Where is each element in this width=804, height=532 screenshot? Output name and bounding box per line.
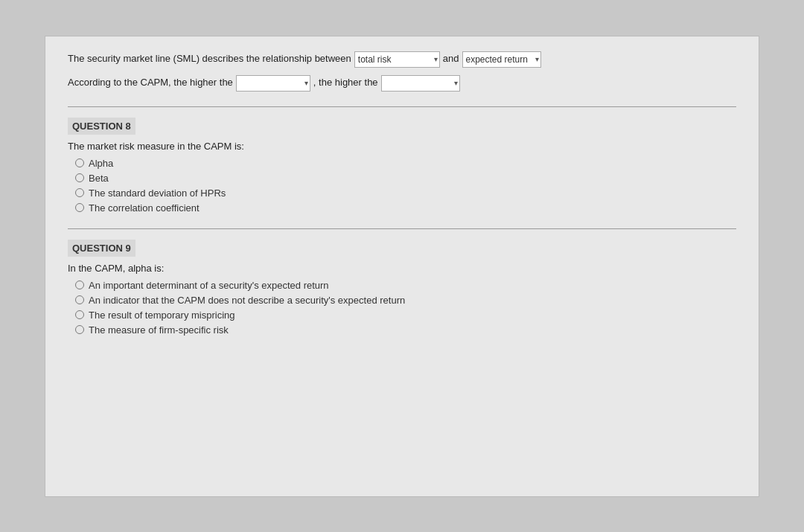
divider-2 xyxy=(68,228,736,229)
option-label: An important determinant of a security's… xyxy=(89,280,329,291)
question-7-block: The security market line (SML) describes… xyxy=(68,51,736,92)
dropdown2-select[interactable]: expected return actual return risk-free … xyxy=(462,51,541,68)
option-label: The result of temporary mispricing xyxy=(89,310,235,321)
radio-icon xyxy=(75,325,84,334)
dropdown1-select[interactable]: total risk systematic risk unsystematic … xyxy=(354,51,440,68)
question-9-text: In the CAPM, alpha is: xyxy=(68,263,736,274)
dropdown1-wrapper[interactable]: total risk systematic risk unsystematic … xyxy=(354,51,440,68)
option-label: The measure of firm-specific risk xyxy=(89,324,229,336)
question-8-text: The market risk measure in the CAPM is: xyxy=(68,141,736,152)
option-label: An indicator that the CAPM does not desc… xyxy=(89,295,405,306)
list-item[interactable]: An important determinant of a security's… xyxy=(75,280,736,291)
dropdown4-select[interactable]: expected return actual return risk-free … xyxy=(381,75,460,92)
list-item[interactable]: The result of temporary mispricing xyxy=(75,310,736,321)
list-item[interactable]: The standard deviation of HPRs xyxy=(75,188,736,199)
list-item[interactable]: Beta xyxy=(75,173,736,184)
radio-icon xyxy=(75,295,84,304)
radio-icon xyxy=(75,188,84,197)
radio-icon xyxy=(75,203,84,212)
option-label: The standard deviation of HPRs xyxy=(89,188,226,199)
question-9-options: An important determinant of a security's… xyxy=(68,280,736,336)
sentence-2-before: According to the CAPM, the higher the xyxy=(68,75,233,91)
list-item[interactable]: The correlation coefficient xyxy=(75,202,736,214)
sentence-1-row: The security market line (SML) describes… xyxy=(68,51,736,68)
page-container: The security market line (SML) describes… xyxy=(45,36,759,497)
question-9-label: QUESTION 9 xyxy=(68,240,135,257)
dropdown3-select[interactable]: beta alpha variance correlation xyxy=(236,75,310,92)
list-item[interactable]: An indicator that the CAPM does not desc… xyxy=(75,295,736,306)
option-label: Alpha xyxy=(89,158,113,169)
question-8-options: Alpha Beta The standard deviation of HPR… xyxy=(68,158,736,214)
list-item[interactable]: The measure of firm-specific risk xyxy=(75,324,736,336)
option-label: The correlation coefficient xyxy=(89,202,200,214)
radio-icon xyxy=(75,310,84,319)
dropdown2-wrapper[interactable]: expected return actual return risk-free … xyxy=(462,51,541,68)
dropdown3-wrapper[interactable]: beta alpha variance correlation xyxy=(236,75,310,92)
question-8-block: QUESTION 8 The market risk measure in th… xyxy=(68,118,736,214)
dropdown4-wrapper[interactable]: expected return actual return risk-free … xyxy=(381,75,460,92)
question-8-label: QUESTION 8 xyxy=(68,118,135,135)
list-item[interactable]: Alpha xyxy=(75,158,736,169)
sentence-2-row: According to the CAPM, the higher the be… xyxy=(68,75,736,92)
and-text: and xyxy=(443,51,459,67)
option-label: Beta xyxy=(89,173,109,184)
radio-icon xyxy=(75,158,84,167)
question-9-block: QUESTION 9 In the CAPM, alpha is: An imp… xyxy=(68,240,736,336)
sentence-2-middle: , the higher the xyxy=(313,75,378,91)
radio-icon xyxy=(75,173,84,182)
radio-icon xyxy=(75,281,84,289)
sentence-1-before: The security market line (SML) describes… xyxy=(68,51,351,67)
divider-1 xyxy=(68,106,736,107)
